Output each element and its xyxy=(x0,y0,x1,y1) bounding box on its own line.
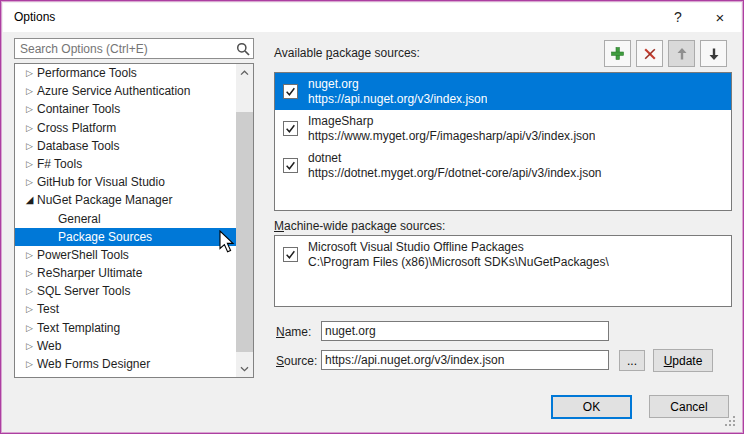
source-url: https://dotnet.myget.org/F/dotnet-core/a… xyxy=(308,166,602,181)
tree-item-sql-server-tools[interactable]: ▷SQL Server Tools xyxy=(15,282,236,300)
tree-item-f-tools[interactable]: ▷F# Tools xyxy=(15,155,236,173)
search-box xyxy=(14,38,254,59)
remove-source-button[interactable] xyxy=(636,40,663,67)
source-name: dotnet xyxy=(308,151,602,166)
collapsed-arrow-icon[interactable]: ▷ xyxy=(22,155,37,173)
tree-item-cross-platform[interactable]: ▷Cross Platform xyxy=(15,119,236,137)
tree-item-database-tools[interactable]: ▷Database Tools xyxy=(15,137,236,155)
collapsed-arrow-icon[interactable]: ▷ xyxy=(22,64,37,82)
tree-item-label: Text Templating xyxy=(37,319,120,337)
tree-item-text-templating[interactable]: ▷Text Templating xyxy=(15,319,236,337)
plus-icon xyxy=(610,46,625,61)
cancel-button[interactable]: Cancel xyxy=(649,395,729,418)
options-tree: ▷Performance Tools▷Azure Service Authent… xyxy=(14,63,254,378)
collapsed-arrow-icon[interactable]: ▷ xyxy=(22,173,37,191)
package-source-microsoft-visual-studio-offline-packages[interactable]: Microsoft Visual Studio Offline Packages… xyxy=(275,236,731,273)
arrow-down-icon xyxy=(707,47,721,61)
tree-item-web-forms-designer[interactable]: ▷Web Forms Designer xyxy=(15,355,236,373)
source-checkbox[interactable] xyxy=(283,84,298,99)
scrollbar-thumb[interactable] xyxy=(236,112,253,352)
tree-item-performance-tools[interactable]: ▷Performance Tools xyxy=(15,64,236,82)
search-input[interactable] xyxy=(15,39,238,58)
source-checkbox[interactable] xyxy=(283,247,298,262)
tree-item-label: Azure Service Authentication xyxy=(37,82,190,100)
tree-item-label: NuGet Package Manager xyxy=(37,191,172,209)
checkmark-icon xyxy=(285,86,296,97)
dialog-title: Options xyxy=(14,3,55,32)
source-url: C:\Program Files (x86)\Microsoft SDKs\Nu… xyxy=(308,255,609,270)
collapsed-arrow-icon[interactable]: ▷ xyxy=(22,319,37,337)
package-source-imagesharp[interactable]: ImageSharphttps://www.myget.org/F/images… xyxy=(275,110,731,147)
tree-item-azure-service-authentication[interactable]: ▷Azure Service Authentication xyxy=(15,82,236,100)
move-down-button[interactable] xyxy=(700,40,727,67)
tree-item-label: Container Tools xyxy=(37,100,120,118)
source-field[interactable] xyxy=(321,350,609,370)
tree-item-label: Cross Platform xyxy=(37,119,116,137)
tree-scrollbar[interactable] xyxy=(236,64,253,377)
move-up-button[interactable] xyxy=(668,40,695,67)
ok-button[interactable]: OK xyxy=(551,395,632,419)
tree-item-web-performance-test-tools[interactable]: ▷Web Performance Test Tools xyxy=(15,373,236,378)
source-url: https://www.myget.org/F/imagesharp/api/v… xyxy=(308,129,595,144)
collapsed-arrow-icon[interactable]: ▷ xyxy=(22,119,37,137)
collapsed-arrow-icon[interactable]: ▷ xyxy=(22,137,37,155)
source-name: Microsoft Visual Studio Offline Packages xyxy=(308,240,609,255)
tree-item-package-sources[interactable]: Package Sources xyxy=(15,228,236,246)
source-name: nuget.org xyxy=(308,77,487,92)
tree-item-label: Web Performance Test Tools xyxy=(37,373,190,378)
collapsed-arrow-icon[interactable]: ▷ xyxy=(22,264,37,282)
arrow-up-icon xyxy=(675,47,689,61)
available-sources-list: nuget.orghttps://api.nuget.org/v3/index.… xyxy=(274,72,732,211)
tree-item-label: PowerShell Tools xyxy=(37,246,129,264)
collapsed-arrow-icon[interactable]: ▷ xyxy=(22,282,37,300)
source-checkbox[interactable] xyxy=(283,158,298,173)
checkmark-icon xyxy=(285,160,296,171)
options-dialog: Options ? × ▷Performance Tools▷Azure Ser… xyxy=(0,0,744,434)
name-field[interactable] xyxy=(321,321,609,341)
package-source-dotnet[interactable]: dotnethttps://dotnet.myget.org/F/dotnet-… xyxy=(275,147,731,184)
tree-item-label: Test xyxy=(37,300,59,318)
help-button[interactable]: ? xyxy=(659,3,697,32)
tree-item-test[interactable]: ▷Test xyxy=(15,300,236,318)
tree-item-label: Web xyxy=(37,337,61,355)
collapsed-arrow-icon[interactable]: ▷ xyxy=(22,246,37,264)
collapsed-arrow-icon[interactable]: ▷ xyxy=(22,337,37,355)
source-checkbox[interactable] xyxy=(283,121,298,136)
remove-x-icon xyxy=(643,47,657,61)
add-source-button[interactable] xyxy=(604,40,631,67)
tree-item-label: Web Forms Designer xyxy=(37,355,150,373)
tree-item-general[interactable]: General xyxy=(15,210,236,228)
source-label: Source: xyxy=(276,354,317,368)
close-button[interactable]: × xyxy=(701,3,739,32)
package-source-nuget-org[interactable]: nuget.orghttps://api.nuget.org/v3/index.… xyxy=(275,73,731,110)
tree-item-label: Performance Tools xyxy=(37,64,137,82)
tree-item-label: ReSharper Ultimate xyxy=(37,264,142,282)
scroll-up-icon[interactable] xyxy=(236,64,253,81)
tree-item-label: GitHub for Visual Studio xyxy=(37,173,165,191)
tree-item-nuget-package-manager[interactable]: ◢NuGet Package Manager xyxy=(15,191,236,209)
checkmark-icon xyxy=(285,123,296,134)
collapsed-arrow-icon[interactable]: ▷ xyxy=(22,355,37,373)
tree-item-label: SQL Server Tools xyxy=(37,282,130,300)
machine-wide-sources-label: Machine-wide package sources: xyxy=(274,219,445,233)
resize-grip[interactable] xyxy=(723,413,736,431)
machine-wide-sources-list: Microsoft Visual Studio Offline Packages… xyxy=(274,235,732,307)
tree-item-resharper-ultimate[interactable]: ▷ReSharper Ultimate xyxy=(15,264,236,282)
tree-item-github-for-visual-studio[interactable]: ▷GitHub for Visual Studio xyxy=(15,173,236,191)
titlebar[interactable]: Options ? × xyxy=(3,3,741,32)
scroll-down-icon[interactable] xyxy=(236,360,253,377)
collapsed-arrow-icon[interactable]: ▷ xyxy=(22,82,37,100)
browse-button[interactable]: ... xyxy=(619,350,645,371)
source-name: ImageSharp xyxy=(308,114,595,129)
collapsed-arrow-icon[interactable]: ▷ xyxy=(22,100,37,118)
collapsed-arrow-icon[interactable]: ▷ xyxy=(22,373,37,378)
source-url: https://api.nuget.org/v3/index.json xyxy=(308,92,487,107)
tree-item-web[interactable]: ▷Web xyxy=(15,337,236,355)
expanded-arrow-icon[interactable]: ◢ xyxy=(22,191,37,209)
tree-item-powershell-tools[interactable]: ▷PowerShell Tools xyxy=(15,246,236,264)
update-button[interactable]: Update xyxy=(653,349,713,372)
tree-item-container-tools[interactable]: ▷Container Tools xyxy=(15,100,236,118)
collapsed-arrow-icon[interactable]: ▷ xyxy=(22,300,37,318)
name-label: Name: xyxy=(276,325,311,339)
search-icon[interactable] xyxy=(236,42,250,56)
